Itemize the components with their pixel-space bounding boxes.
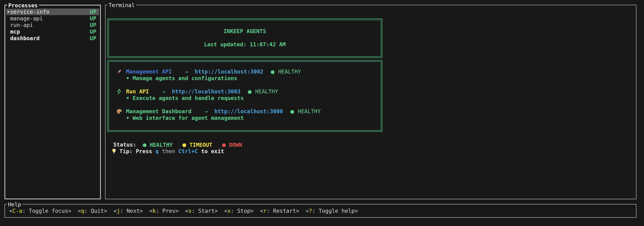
service-url[interactable]: http://localhost:3002 (195, 68, 264, 75)
service-url[interactable]: http://localhost:3003 (172, 88, 240, 95)
legend-dot-icon: ● (182, 141, 186, 148)
rocket-icon (116, 69, 126, 75)
tip-text: then (159, 148, 178, 155)
help-item-quit: <q: Quit> (78, 207, 107, 214)
legend-dot-icon: ● (143, 141, 146, 148)
help-key: x (227, 208, 231, 214)
processes-panel[interactable]: Processes •service-infoUPmanage-apiUPrun… (4, 5, 101, 199)
tip-text: q (155, 148, 159, 155)
process-status-badge: UP (90, 9, 96, 15)
terminal-panel[interactable]: Terminal INKEEP AGENTS Last updated: 11:… (105, 5, 636, 199)
help-item-prev: <k: Prev> (149, 207, 179, 214)
banner-box: INKEEP AGENTS Last updated: 11:07:42 AM (107, 19, 382, 58)
service-health: HEALTHY (278, 68, 301, 75)
service-url[interactable]: http://localhost:3000 (214, 108, 283, 115)
process-name: manage-api (10, 15, 90, 22)
tip-line: Tip: Press q then Ctrl+C to exit (107, 148, 634, 155)
service-block: Management Dashboard → http://localhost:… (109, 108, 381, 121)
selected-process-bullet: • (6, 9, 10, 15)
process-row-dashboard[interactable]: dashboardUP (6, 35, 99, 42)
help-item-start: <s: Start> (185, 207, 218, 214)
services-box: Management API → http://localhost:3002 ●… (107, 60, 382, 132)
tip-text: Ctrl+C (178, 148, 198, 155)
status-legend-items: ● HEALTHY ● TIMEOUT ● DOWN (136, 141, 245, 148)
health-dot-icon: ● (283, 108, 298, 115)
process-status-badge: UP (90, 35, 96, 42)
help-key: ? (309, 208, 312, 214)
legend-label: TIMEOUT (186, 142, 212, 148)
service-line: Run API → http://localhost:3003 ● HEALTH… (109, 88, 381, 95)
service-line: Management API → http://localhost:3002 ●… (109, 68, 381, 75)
help-key: r (263, 208, 266, 214)
help-item-restart: <r: Restart> (260, 207, 299, 214)
tip-text: Tip: Press (120, 148, 155, 155)
arrow-icon: → (149, 88, 172, 95)
help-item-toggle-focus: <C-a: Toggle focus> (9, 207, 71, 214)
arrow-icon: → (192, 108, 214, 115)
legend-label: HEALTHY (146, 142, 172, 148)
process-row-run-api[interactable]: run-apiUP (6, 22, 99, 28)
help-item-toggle-help: <?: Toggle help> (306, 207, 358, 214)
process-list: •service-infoUPmanage-apiUPrun-apiUPmcpU… (6, 9, 99, 42)
processes-panel-title: Processes (7, 2, 39, 9)
service-line: Management Dashboard → http://localhost:… (109, 108, 381, 115)
process-status-badge: UP (90, 28, 96, 35)
tip-text: to exit (198, 148, 224, 155)
process-status-badge: UP (90, 22, 96, 28)
help-key: q (81, 208, 84, 214)
service-block: Management API → http://localhost:3002 ●… (109, 68, 381, 82)
service-name: Management Dashboard (126, 108, 192, 115)
status-legend: Status: ● HEALTHY ● TIMEOUT ● DOWN (107, 141, 634, 148)
process-name: service-info (10, 9, 90, 15)
banner-title: INKEEP AGENTS (109, 28, 381, 35)
service-block: Run API → http://localhost:3003 ● HEALTH… (109, 88, 381, 101)
process-name: dashboard (10, 35, 90, 42)
service-name: Run API (126, 88, 149, 95)
service-health: HEALTHY (255, 88, 278, 95)
arrow-icon: → (172, 68, 195, 75)
process-status-badge: UP (90, 15, 96, 22)
palette-icon (116, 108, 126, 114)
lightbulb-icon (111, 148, 118, 154)
help-panel-title: Help (7, 201, 22, 208)
process-row-manage-api[interactable]: manage-apiUP (6, 15, 99, 22)
process-name: mcp (10, 28, 90, 35)
zap-icon (116, 88, 126, 95)
health-dot-icon: ● (240, 88, 256, 95)
help-panel: Help <C-a: Toggle focus><q: Quit><j: Nex… (4, 204, 636, 218)
legend-label: DOWN (226, 142, 242, 148)
terminal-output: INKEEP AGENTS Last updated: 11:07:42 AM … (107, 5, 634, 155)
help-key: s (188, 208, 192, 214)
status-legend-label: Status: (113, 141, 136, 148)
process-row-service-info[interactable]: •service-infoUP (6, 9, 99, 15)
banner-last-updated: Last updated: 11:07:42 AM (109, 41, 381, 48)
service-description: • Manage agents and configurations (109, 75, 381, 82)
service-name: Management API (126, 68, 172, 75)
service-description: • Execute agents and handle requests (109, 95, 381, 101)
health-dot-icon: ● (264, 68, 278, 75)
help-key: k (152, 208, 156, 214)
help-items: <C-a: Toggle focus><q: Quit><j: Next><k:… (5, 207, 364, 214)
service-description: • Web interface for agent management (109, 115, 381, 121)
help-item-next: <j: Next> (114, 207, 143, 214)
process-row-mcp[interactable]: mcpUP (6, 28, 99, 35)
help-key: C-a (12, 208, 22, 214)
help-key: j (117, 208, 120, 214)
help-item-stop: <x: Stop> (224, 207, 254, 214)
service-health: HEALTHY (298, 108, 320, 115)
legend-dot-icon: ● (222, 141, 226, 148)
process-name: run-api (10, 22, 90, 28)
